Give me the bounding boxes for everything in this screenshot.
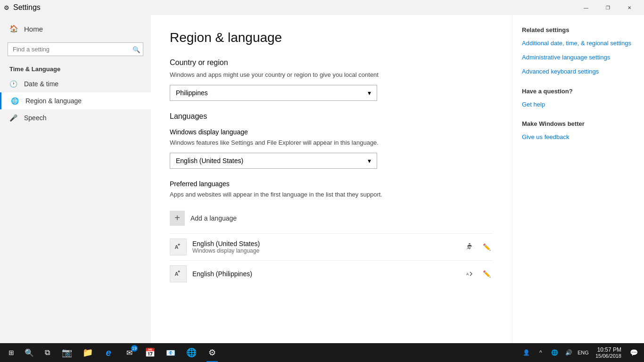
- app-container: 🏠 Home 🔍 Time & Language 🕐 Date & time 🌐…: [0, 15, 644, 343]
- mail-badge: 19: [131, 345, 138, 352]
- home-label: Home: [24, 25, 43, 33]
- taskbar-clock[interactable]: 10:57 PM 15/06/2018: [592, 346, 625, 359]
- close-button[interactable]: ✕: [619, 0, 640, 15]
- display-language-selected: English (United States): [176, 157, 243, 165]
- languages-section: Languages Windows display language Windo…: [170, 112, 493, 287]
- start-button[interactable]: ⊞: [2, 343, 21, 362]
- lang-options-icon-en-us[interactable]: ✏️: [480, 240, 493, 254]
- taskbar-tray: 👤 ^ 🌐 🔊 ENG: [518, 343, 592, 362]
- taskbar-app-edge[interactable]: e: [98, 343, 119, 362]
- related-link-advanced-keyboard[interactable]: Advanced keyboard settings: [522, 67, 635, 76]
- taskbar-app-instagram[interactable]: 📷: [57, 343, 77, 362]
- language-item-en-us: A ✦ English (United States) Windows disp…: [170, 233, 493, 260]
- right-panel: Related settings Additional date, time, …: [512, 15, 644, 343]
- lang-name-en-ph: English (Philippines): [192, 270, 252, 278]
- lang-options-icon-en-ph[interactable]: ✏️: [480, 267, 493, 280]
- get-help-link[interactable]: Get help: [522, 100, 635, 109]
- taskbar-app-explorer[interactable]: 📁: [77, 343, 98, 362]
- notification-button[interactable]: 💬: [625, 343, 642, 362]
- related-link-admin-language[interactable]: Administrative language settings: [522, 53, 635, 62]
- make-better-heading: Make Windows better: [522, 120, 635, 127]
- sidebar-section-label: Time & Language: [0, 60, 151, 75]
- lang-speech-icon-en-ph[interactable]: A: [463, 267, 476, 280]
- title-bar: ⚙ Settings — ❐ ✕: [0, 0, 644, 15]
- taskbar-app-calendar[interactable]: 📅: [140, 343, 160, 362]
- maximize-button[interactable]: ❐: [597, 0, 619, 15]
- related-link-additional-date[interactable]: Additional date, time, & regional settin…: [522, 39, 635, 48]
- title-bar-title: Settings: [13, 3, 41, 12]
- search-box: 🔍: [8, 42, 143, 56]
- main-content: Region & language Country or region Wind…: [151, 15, 512, 343]
- tray-lang-icon[interactable]: ENG: [577, 343, 590, 362]
- display-language-dropdown[interactable]: English (United States) ▾: [170, 153, 377, 169]
- tray-network-icon[interactable]: 🌐: [548, 343, 561, 362]
- search-icon[interactable]: 🔍: [132, 46, 140, 53]
- taskbar-app-settings[interactable]: ⚙: [202, 343, 223, 362]
- display-language-desc: Windows features like Settings and File …: [170, 139, 493, 147]
- sidebar-item-label: Speech: [24, 114, 46, 122]
- sidebar-item-speech[interactable]: 🎤 Speech: [0, 109, 151, 126]
- taskbar-app-outlook[interactable]: 📧: [160, 343, 181, 362]
- have-question-section: Have a question? Get help: [522, 88, 635, 109]
- country-dropdown[interactable]: Philippines ▾: [170, 85, 377, 101]
- add-icon: +: [170, 211, 185, 226]
- have-question-heading: Have a question?: [522, 88, 635, 95]
- home-nav-item[interactable]: 🏠 Home: [0, 19, 151, 39]
- country-heading: Country or region: [170, 58, 493, 67]
- sidebar: 🏠 Home 🔍 Time & Language 🕐 Date & time 🌐…: [0, 15, 151, 343]
- lang-icon-en-us: A ✦: [170, 239, 187, 255]
- preferred-desc: Apps and websites will appear in the fir…: [170, 190, 493, 199]
- country-dropdown-arrow: ▾: [368, 89, 371, 97]
- country-section: Country or region Windows and apps might…: [170, 58, 493, 101]
- svg-text:A: A: [467, 246, 470, 250]
- task-view-button[interactable]: ⧉: [38, 343, 57, 362]
- tray-people-icon[interactable]: 👤: [520, 343, 533, 362]
- lang-speech-icon-en-us[interactable]: A: [463, 240, 476, 254]
- lang-name-en-us: English (United States): [192, 240, 260, 247]
- settings-icon: ⚙: [4, 4, 9, 11]
- taskbar-app-mail[interactable]: ✉ 19: [119, 343, 140, 362]
- minimize-button[interactable]: —: [575, 0, 597, 15]
- sidebar-item-date-time[interactable]: 🕐 Date & time: [0, 75, 151, 92]
- date-time-icon: 🕐: [9, 80, 17, 88]
- country-desc: Windows and apps might use your country …: [170, 71, 493, 79]
- add-language-label: Add a language: [190, 214, 237, 222]
- display-language-label: Windows display language: [170, 128, 493, 136]
- speech-icon: 🎤: [9, 114, 17, 122]
- preferred-languages-heading: Preferred languages: [170, 180, 493, 188]
- display-language-arrow: ▾: [368, 157, 371, 165]
- sidebar-item-label: Region & language: [25, 97, 82, 105]
- sidebar-item-label: Date & time: [24, 80, 58, 88]
- clock-time: 10:57 PM: [597, 346, 621, 353]
- page-title: Region & language: [170, 30, 493, 45]
- svg-text:A: A: [466, 272, 469, 276]
- clock-date: 15/06/2018: [595, 353, 621, 359]
- languages-heading: Languages: [170, 112, 493, 121]
- related-settings-heading: Related settings: [522, 26, 635, 33]
- language-item-en-ph: A ✦ English (Philippines) A: [170, 260, 493, 287]
- sidebar-item-region-language[interactable]: 🌐 Region & language: [0, 92, 151, 109]
- lang-sublabel-en-us: Windows display language: [192, 247, 260, 254]
- lang-icon-en-ph: A ✦: [170, 265, 187, 282]
- taskbar: ⊞ 🔍 ⧉ 📷 📁 e ✉ 19 📅 📧 🌐 ⚙ 👤 ^ 🌐 🔊 ENG 10:…: [0, 343, 644, 362]
- taskbar-app-globe[interactable]: 🌐: [181, 343, 202, 362]
- add-language-button[interactable]: + Add a language: [170, 207, 493, 230]
- tray-volume-icon[interactable]: 🔊: [562, 343, 576, 362]
- give-feedback-link[interactable]: Give us feedback: [522, 133, 635, 141]
- search-input[interactable]: [8, 42, 143, 56]
- taskbar-search-button[interactable]: 🔍: [21, 343, 38, 362]
- tray-chevron-icon[interactable]: ^: [534, 343, 547, 362]
- make-better-section: Make Windows better Give us feedback: [522, 120, 635, 141]
- home-icon: 🏠: [9, 25, 18, 33]
- region-icon: 🌐: [11, 97, 19, 105]
- country-selected: Philippines: [176, 89, 208, 97]
